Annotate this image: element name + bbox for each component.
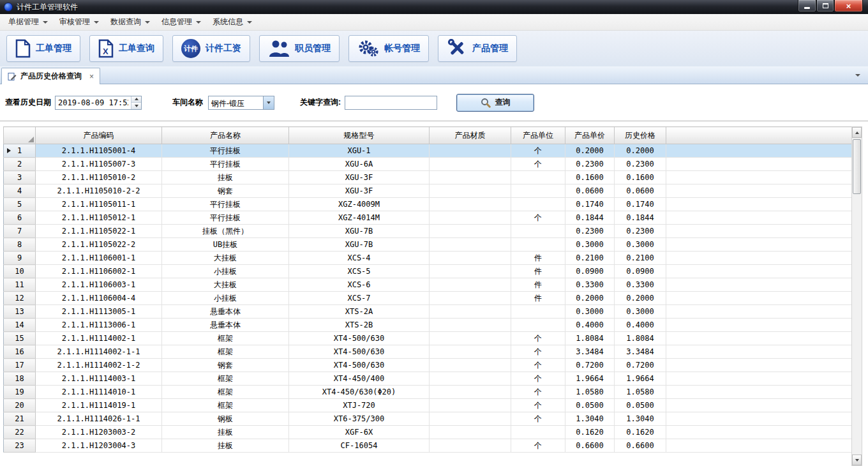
- history-price-cell[interactable]: 0.2000: [615, 292, 666, 305]
- unit-cell[interactable]: 个: [511, 386, 565, 399]
- unit-cell[interactable]: 件: [511, 265, 565, 278]
- unit-price-cell[interactable]: 0.2300: [565, 158, 615, 171]
- product-code-cell[interactable]: 2.1.1.H1114019-1: [36, 399, 162, 412]
- material-cell[interactable]: [430, 278, 511, 292]
- product-name-cell[interactable]: 大挂板: [162, 278, 289, 292]
- table-row[interactable]: 17 2.1.1.H1114002-1-2 钢套 XT4-500/630 个 0…: [4, 359, 852, 372]
- row-number-cell[interactable]: 21: [4, 412, 36, 426]
- spec-model-cell[interactable]: XT4-500/630: [289, 332, 430, 345]
- row-number-cell[interactable]: 10: [4, 265, 36, 278]
- scrollbar-thumb[interactable]: [853, 139, 861, 194]
- column-header-unit-price[interactable]: 产品单价: [565, 127, 615, 144]
- tab-close-icon[interactable]: ×: [89, 72, 94, 81]
- table-row[interactable]: 12 2.1.1.H1106004-4 小挂板 XCS-7 件 0.2000 0…: [4, 292, 852, 305]
- row-number-cell[interactable]: 5: [4, 198, 36, 211]
- spec-model-cell[interactable]: CF-16054: [289, 439, 430, 453]
- close-button[interactable]: ×: [834, 0, 863, 12]
- history-price-cell[interactable]: 1.8084: [615, 332, 666, 345]
- history-price-cell[interactable]: 0.4000: [615, 319, 666, 332]
- table-row[interactable]: 6 2.1.1.H1105012-1 平行挂板 XGZ-4014M 个 0.18…: [4, 211, 852, 225]
- table-row[interactable]: 19 2.1.1.H1114010-1 框架 XT4-450/630(Φ20) …: [4, 386, 852, 399]
- product-code-cell[interactable]: 2.1.1.H1105010-2-2: [36, 184, 162, 198]
- table-row[interactable]: 13 2.1.1.H1113005-1 悬垂本体 XTS-2A 0.3000 0…: [4, 305, 852, 319]
- row-number-cell[interactable]: 12: [4, 292, 36, 305]
- menu-item-data-query[interactable]: 数据查询: [105, 14, 156, 30]
- unit-price-cell[interactable]: 0.3000: [565, 238, 615, 252]
- product-code-cell[interactable]: 2.1.1.H1105022-2: [36, 238, 162, 252]
- product-code-cell[interactable]: 2.1.1.H1203003-2: [36, 426, 162, 439]
- spec-model-cell[interactable]: XGZ-4014M: [289, 211, 430, 225]
- unit-price-cell[interactable]: 0.1740: [565, 198, 615, 211]
- spec-model-cell[interactable]: XCS-6: [289, 278, 430, 292]
- row-number-cell[interactable]: 23: [4, 439, 36, 453]
- table-row[interactable]: 14 2.1.1.H1113006-1 悬垂本体 XTS-2B 0.4000 0…: [4, 319, 852, 332]
- unit-price-cell[interactable]: 0.7200: [565, 359, 615, 372]
- material-cell[interactable]: [430, 399, 511, 412]
- product-code-cell[interactable]: 2.1.1.H1105010-2: [36, 171, 162, 184]
- unit-cell[interactable]: 个: [511, 359, 565, 372]
- scroll-up-button[interactable]: [852, 127, 862, 138]
- product-management-button[interactable]: 产品管理: [438, 35, 517, 62]
- material-cell[interactable]: [430, 332, 511, 345]
- row-number-cell[interactable]: 1: [4, 144, 36, 158]
- row-number-cell[interactable]: 14: [4, 319, 36, 332]
- unit-price-cell[interactable]: 0.3000: [565, 305, 615, 319]
- unit-cell[interactable]: 件: [511, 292, 565, 305]
- history-price-cell[interactable]: 0.0900: [615, 265, 666, 278]
- material-cell[interactable]: [430, 265, 511, 278]
- row-number-cell[interactable]: 11: [4, 278, 36, 292]
- product-code-cell[interactable]: 2.1.1.H1114003-1: [36, 372, 162, 386]
- unit-cell[interactable]: 件: [511, 278, 565, 292]
- unit-price-cell[interactable]: 0.0500: [565, 399, 615, 412]
- product-code-cell[interactable]: 2.1.1.H1105022-1: [36, 225, 162, 238]
- combo-dropdown-button[interactable]: [263, 96, 274, 109]
- material-cell[interactable]: [430, 439, 511, 453]
- product-name-cell[interactable]: 平行挂板: [162, 198, 289, 211]
- unit-price-cell[interactable]: 0.2000: [565, 292, 615, 305]
- unit-cell[interactable]: 个: [511, 399, 565, 412]
- unit-cell[interactable]: [511, 184, 565, 198]
- history-price-cell[interactable]: 1.3040: [615, 412, 666, 426]
- table-row[interactable]: 2 2.1.1.H1105007-3 平行挂板 XGU-6A 个 0.2300 …: [4, 158, 852, 171]
- product-code-cell[interactable]: 2.1.1.H1114010-1: [36, 386, 162, 399]
- product-code-cell[interactable]: 2.1.1.H1114002-1-2: [36, 359, 162, 372]
- account-management-button[interactable]: 帐号管理: [348, 35, 429, 62]
- product-name-cell[interactable]: UB挂板: [162, 238, 289, 252]
- history-date-input[interactable]: [55, 96, 142, 110]
- search-button[interactable]: 查询: [456, 94, 534, 112]
- spec-model-cell[interactable]: XT4-500/630: [289, 359, 430, 372]
- product-name-cell[interactable]: 框架: [162, 332, 289, 345]
- material-cell[interactable]: [430, 171, 511, 184]
- spec-model-cell[interactable]: XGU-1: [289, 144, 430, 158]
- column-header-history-price[interactable]: 历史价格: [615, 127, 666, 144]
- row-number-cell[interactable]: 20: [4, 399, 36, 412]
- unit-price-cell[interactable]: 1.3040: [565, 412, 615, 426]
- unit-cell[interactable]: [511, 426, 565, 439]
- material-cell[interactable]: [430, 198, 511, 211]
- table-row[interactable]: 8 2.1.1.H1105022-2 UB挂板 XGU-7B 0.3000 0.…: [4, 238, 852, 252]
- spec-model-cell[interactable]: XCS-4: [289, 252, 430, 265]
- unit-price-cell[interactable]: 0.6600: [565, 439, 615, 453]
- spec-model-cell[interactable]: XTS-2B: [289, 319, 430, 332]
- product-code-cell[interactable]: 2.1.1.H1114002-1: [36, 332, 162, 345]
- work-order-query-button[interactable]: X 工单查询: [89, 35, 163, 62]
- menu-item-document-management[interactable]: 单据管理: [3, 14, 54, 30]
- spec-model-cell[interactable]: XGU-3F: [289, 184, 430, 198]
- table-row[interactable]: 16 2.1.1.H1114002-1-1 框架 XT4-500/630 个 3…: [4, 345, 852, 359]
- history-price-cell[interactable]: 0.1620: [615, 426, 666, 439]
- row-number-cell[interactable]: 17: [4, 359, 36, 372]
- material-cell[interactable]: [430, 238, 511, 252]
- menu-item-audit-management[interactable]: 审核管理: [54, 14, 105, 30]
- unit-cell[interactable]: 个: [511, 372, 565, 386]
- product-code-cell[interactable]: 2.1.1.H1203004-3: [36, 439, 162, 453]
- history-price-cell[interactable]: 0.3000: [615, 238, 666, 252]
- date-value-field[interactable]: [56, 96, 131, 109]
- unit-price-cell[interactable]: 1.0580: [565, 386, 615, 399]
- product-code-cell[interactable]: 2.1.1.H1106002-1: [36, 265, 162, 278]
- unit-cell[interactable]: 个: [511, 439, 565, 453]
- table-row[interactable]: 9 2.1.1.H1106001-1 大挂板 XCS-4 件 0.2100 0.…: [4, 252, 852, 265]
- history-price-cell[interactable]: 0.2300: [615, 158, 666, 171]
- column-header-unit[interactable]: 产品单位: [511, 127, 565, 144]
- keyword-input[interactable]: [345, 96, 437, 110]
- product-code-cell[interactable]: 2.1.1.H1114026-1-1: [36, 412, 162, 426]
